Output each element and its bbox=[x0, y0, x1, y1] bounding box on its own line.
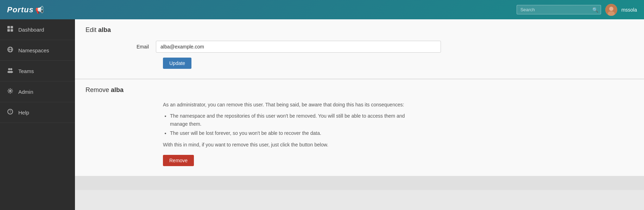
remove-bullet-1: The namespace and the repositories of th… bbox=[170, 112, 409, 128]
email-row: Email bbox=[86, 41, 633, 53]
sidebar-item-teams[interactable]: Teams bbox=[0, 61, 75, 81]
sidebar-item-dashboard[interactable]: Dashboard bbox=[0, 19, 75, 40]
remove-description: As an administrator, you can remove this… bbox=[163, 101, 409, 149]
remove-bullets: The namespace and the repositories of th… bbox=[170, 112, 409, 137]
sidebar-item-label-help: Help bbox=[18, 110, 29, 116]
remove-title: Remove alba bbox=[86, 86, 633, 94]
remove-username: alba bbox=[111, 86, 124, 93]
footer-area bbox=[75, 176, 644, 190]
sidebar-item-admin[interactable]: Admin bbox=[0, 81, 75, 102]
sidebar: Dashboard Namespaces Teams bbox=[0, 19, 75, 210]
svg-point-14 bbox=[9, 90, 11, 92]
svg-point-1 bbox=[609, 7, 613, 11]
main-content: Edit alba Email Update Remove alba As an… bbox=[75, 19, 644, 210]
avatar[interactable] bbox=[605, 4, 617, 16]
svg-rect-5 bbox=[7, 29, 10, 32]
edit-section: Edit alba Email Update bbox=[75, 19, 644, 79]
svg-rect-6 bbox=[11, 29, 13, 32]
remove-bullet-2: The user will be lost forever, so you wo… bbox=[170, 129, 409, 137]
help-icon: ? bbox=[7, 109, 13, 116]
logo: Portus 📢 bbox=[7, 5, 44, 14]
body-wrapper: Dashboard Namespaces Teams bbox=[0, 19, 644, 210]
username-label[interactable]: mssola bbox=[621, 7, 637, 13]
dashboard-icon bbox=[7, 26, 13, 33]
remove-button[interactable]: Remove bbox=[163, 155, 194, 166]
sidebar-item-namespaces[interactable]: Namespaces bbox=[0, 40, 75, 61]
topnav-right: 🔍 mssola bbox=[517, 4, 637, 16]
svg-rect-3 bbox=[7, 26, 10, 28]
logo-icon: 📢 bbox=[35, 6, 44, 14]
remove-intro: As an administrator, you can remove this… bbox=[163, 101, 409, 109]
sidebar-item-label-dashboard: Dashboard bbox=[18, 27, 44, 33]
update-button[interactable]: Update bbox=[163, 58, 191, 69]
remove-outro: With this in mind, if you want to remove… bbox=[163, 141, 409, 149]
edit-username: alba bbox=[98, 26, 111, 33]
search-wrapper: 🔍 bbox=[517, 5, 601, 14]
sidebar-item-label-admin: Admin bbox=[18, 89, 33, 95]
search-button[interactable]: 🔍 bbox=[592, 7, 598, 13]
svg-rect-4 bbox=[11, 26, 13, 28]
edit-title: Edit alba bbox=[86, 26, 633, 34]
admin-icon bbox=[7, 88, 13, 96]
remove-section: Remove alba As an administrator, you can… bbox=[75, 79, 644, 176]
search-input[interactable] bbox=[517, 5, 601, 14]
topnav: Portus 📢 🔍 mssola bbox=[0, 0, 644, 19]
email-label: Email bbox=[86, 44, 156, 50]
svg-point-11 bbox=[10, 68, 12, 70]
svg-text:?: ? bbox=[9, 110, 11, 114]
sidebar-item-label-namespaces: Namespaces bbox=[18, 47, 49, 53]
sidebar-item-help[interactable]: ? Help bbox=[0, 102, 75, 123]
sidebar-item-label-teams: Teams bbox=[18, 68, 34, 74]
email-input[interactable] bbox=[156, 41, 441, 53]
logo-text: Portus bbox=[7, 5, 34, 14]
svg-point-10 bbox=[8, 68, 10, 70]
namespaces-icon bbox=[7, 46, 13, 54]
teams-icon bbox=[7, 67, 13, 75]
svg-point-13 bbox=[10, 71, 13, 73]
